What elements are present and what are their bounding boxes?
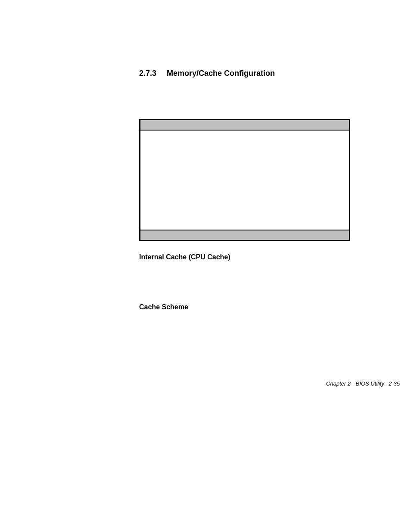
figure-top-bar bbox=[140, 120, 349, 131]
section-number: 2.7.3 bbox=[139, 69, 156, 78]
subheading-internal-cache: Internal Cache (CPU Cache) bbox=[139, 253, 350, 261]
footer-page-number: 2-35 bbox=[389, 380, 400, 387]
subheading-cache-scheme: Cache Scheme bbox=[139, 303, 350, 311]
section-heading: 2.7.3Memory/Cache Configuration bbox=[139, 69, 350, 78]
page-footer: Chapter 2 - BIOS Utility2-35 bbox=[326, 380, 400, 387]
figure-bottom-bar bbox=[140, 230, 349, 240]
footer-chapter-label: Chapter 2 - BIOS Utility bbox=[326, 380, 384, 387]
figure-container bbox=[139, 119, 350, 241]
section-title: Memory/Cache Configuration bbox=[167, 69, 275, 78]
figure-body bbox=[140, 131, 349, 230]
page-content: 2.7.3Memory/Cache Configuration Internal… bbox=[139, 69, 350, 311]
